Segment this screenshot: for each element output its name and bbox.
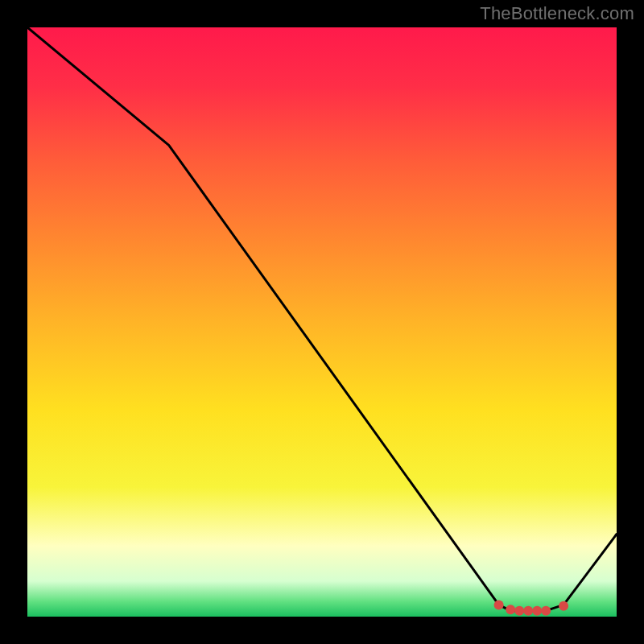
marker-dot <box>514 606 524 616</box>
marker-dot <box>541 606 551 616</box>
chart-background-gradient <box>27 27 617 617</box>
marker-dot <box>559 601 568 611</box>
marker-dot <box>506 605 515 614</box>
marker-dot <box>523 606 533 616</box>
marker-dot <box>494 600 504 609</box>
marker-dot <box>532 606 542 616</box>
watermark-text: TheBottleneck.com <box>480 3 634 24</box>
chart-svg <box>27 27 617 617</box>
chart-container <box>27 27 617 617</box>
